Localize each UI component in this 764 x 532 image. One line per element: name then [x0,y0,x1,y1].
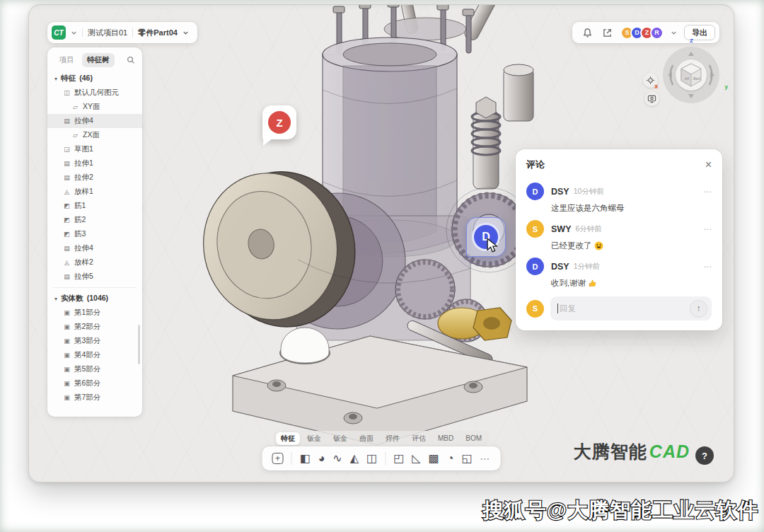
share-button[interactable] [601,26,613,39]
tree-item-label: 草图1 [74,144,93,154]
tree-item-label: 拉伸2 [74,173,93,183]
view-cube-pad[interactable]: left Back Z X y [663,47,719,103]
tree-item[interactable]: ▱ZX面 [47,128,142,142]
tree-item-label: ZX面 [83,130,100,140]
send-button[interactable]: ↑ [690,300,707,318]
ribbon-tab-钣金[interactable]: 钣金 [302,432,326,445]
feature-toolbar: +◧◕∿◭◫◰◺▩◔◱⋯ [262,446,501,470]
comment-time: 1分钟前 [574,262,600,272]
tree-section-header[interactable]: ▾实体数 (1046) [47,291,142,306]
tree-item[interactable]: ◩筋3 [47,227,142,241]
sweep-icon[interactable]: ∿ [332,453,342,464]
tree-item-label: 拉伸5 [74,272,93,282]
chevron-down-icon[interactable] [671,30,677,36]
tree-item[interactable]: ▱XY面 [47,100,142,114]
reply-input[interactable]: 回复 ↑ [550,296,712,320]
tree-item[interactable]: ▣第3部分 [47,334,142,348]
project-name[interactable]: 测试项目01 [88,28,127,38]
mouse-cursor-icon [485,238,499,253]
divider [132,28,133,37]
plane-icon: ▱ [71,103,79,110]
axis-label-z: Z [690,37,693,44]
watermark: 搜狐号@大腾智能工业云软件 [483,497,758,525]
shell-icon[interactable]: ◱ [461,453,472,464]
tree-item[interactable]: ◩筋1 [47,199,142,213]
more-tools-button[interactable]: ⋯ [480,453,491,464]
sidebar-scrollbar[interactable] [138,325,140,364]
tree-item[interactable]: ▣第1部分 [47,306,142,320]
boss-icon[interactable]: ◫ [366,453,377,464]
search-button[interactable] [127,56,135,64]
extrude-icon: ▤ [63,273,71,280]
ribbon-tab-评估[interactable]: 评估 [407,432,431,445]
tree-item[interactable]: ▣第4部分 [47,348,142,362]
tree-section-header[interactable]: ▾特征 (46) [47,71,142,86]
app-logo[interactable]: CT [52,25,66,40]
divider [82,28,83,37]
thumbs-up-emoji-icon [588,279,597,288]
export-button[interactable]: 导出 [684,25,715,40]
collaborator-avatar-stack[interactable]: SDZR [620,26,664,40]
ribbon-tab-焊件[interactable]: 焊件 [381,432,405,445]
avatar-r[interactable]: R [650,26,664,40]
comment-marker-d[interactable]: D [466,217,506,257]
brand-cn: 大腾智能 [574,441,647,461]
tree-item[interactable]: ▣第7部分 [47,391,142,405]
tree-item[interactable]: ▣第2部分 [47,320,142,334]
more-options-icon[interactable]: ⋯ [703,224,712,234]
comment-author: SWY [551,224,571,234]
view-cube[interactable]: left Back [676,59,707,91]
tree-item[interactable]: ▤拉伸5 [47,270,142,284]
help-button[interactable]: ? [695,446,714,465]
tree-item[interactable]: ◬放样1 [47,185,142,199]
ribbon-tab-bom[interactable]: BOM [461,433,487,444]
tree-item[interactable]: ◬放样2 [47,255,142,270]
tree-item[interactable]: ◫默认几何图元 [47,86,142,100]
comment-time: 10分钟前 [574,187,604,197]
ribbon-tab-钣金[interactable]: 钣金 [328,432,352,445]
tab-feature-tree[interactable]: 特征树 [82,53,115,67]
fullscreen-button[interactable] [644,91,659,106]
more-options-icon[interactable]: ⋯ [703,262,712,272]
chevron-down-icon[interactable] [71,30,77,36]
extrude-icon[interactable]: ◧ [300,453,311,464]
part-name[interactable]: 零件Part04 [138,28,178,38]
ribbon-tab-特征[interactable]: 特征 [276,432,300,445]
tree-item[interactable]: ▤拉伸4 [47,114,142,128]
ribbon-tab-曲面[interactable]: 曲面 [354,432,378,445]
tree-item[interactable]: ▤拉伸2 [47,170,142,185]
monitor-icon [647,94,656,103]
chamfer-icon[interactable]: ◺ [412,453,420,464]
comment-list: DDSY10分钟前⋯这里应该是六角螺母SSWY6分钟前⋯已经更改了DDSY1分钟… [516,178,722,289]
comments-panel: 评论 × DDSY10分钟前⋯这里应该是六角螺母SSWY6分钟前⋯已经更改了DD… [516,149,722,330]
loft-icon[interactable]: ◭ [350,453,359,464]
revolve-icon[interactable]: ◕ [318,453,325,464]
avatar: S [526,220,544,238]
new-feature-button[interactable]: + [272,453,284,464]
more-options-icon[interactable]: ⋯ [703,187,712,197]
tree-item-label: 放样2 [74,258,93,267]
rib-icon: ◩ [63,231,71,238]
comment-text: 已经更改了 [551,241,712,251]
tree-item[interactable]: ▣第6部分 [47,376,142,391]
pattern-icon[interactable]: ▩ [429,453,439,464]
tree-item[interactable]: ▤拉伸1 [47,156,142,170]
solid-icon: ▣ [63,380,71,387]
comment-item: DDSY1分钟前⋯收到,谢谢 [516,253,722,289]
divider [385,452,386,465]
ribbon-tab-mbd[interactable]: MBD [433,433,458,444]
chevron-down-icon[interactable] [183,30,189,36]
rib-icon: ◩ [63,216,71,224]
caret-down-icon[interactable]: ▾ [54,296,57,302]
caret-down-icon[interactable]: ▾ [54,76,57,82]
collaborator-marker-z[interactable]: Z [262,105,296,139]
tree-item[interactable]: ◲草图1 [47,142,142,156]
rib-icon[interactable]: ◰ [393,453,404,464]
tree-item[interactable]: ▣第5部分 [47,362,142,376]
close-icon[interactable]: × [705,159,712,170]
tab-project[interactable]: 项目 [54,53,79,67]
fillet-icon[interactable]: ◔ [447,453,454,464]
tree-item[interactable]: ◩筋2 [47,213,142,227]
notifications-button[interactable] [581,26,594,39]
tree-item[interactable]: ▤拉伸4 [47,241,142,255]
